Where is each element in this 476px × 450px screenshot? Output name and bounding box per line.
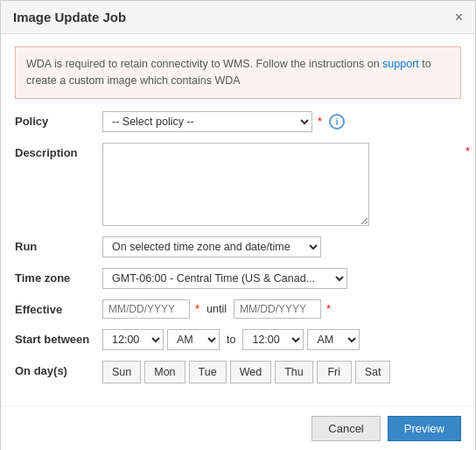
policy-select[interactable]: -- Select policy -- (102, 111, 312, 132)
day-button-mon[interactable]: Mon (144, 361, 185, 383)
on-days-row: On day(s) Sun Mon Tue Wed Thu Fri Sat (15, 361, 461, 383)
description-textarea[interactable] (102, 143, 369, 226)
policy-row: Policy -- Select policy -- * i (15, 111, 461, 132)
run-row: Run On selected time zone and date/time (15, 236, 461, 257)
alert-message: WDA is required to retain connectivity t… (15, 46, 461, 99)
dialog-footer: Cancel Preview (1, 406, 475, 450)
run-control-wrap: On selected time zone and date/time (102, 236, 461, 257)
timezone-row: Time zone GMT-06:00 - Central Time (US &… (15, 268, 461, 289)
day-button-thu[interactable]: Thu (275, 361, 313, 383)
cancel-button[interactable]: Cancel (312, 416, 380, 441)
day-button-fri[interactable]: Fri (317, 361, 352, 383)
start-between-control-wrap: 12:00 AM to 12:00 AM (102, 329, 461, 350)
policy-label: Policy (15, 111, 102, 128)
image-update-job-dialog: Image Update Job × WDA is required to re… (0, 0, 476, 450)
support-link[interactable]: support (382, 58, 419, 70)
alert-text-before: WDA is required to retain connectivity t… (26, 58, 382, 70)
description-control-wrap: * (102, 143, 461, 226)
effective-to-required: * (326, 302, 331, 315)
effective-from-input[interactable] (102, 299, 190, 319)
effective-row: Effective * until * (15, 299, 461, 319)
effective-to-input[interactable] (234, 299, 321, 319)
day-button-tue[interactable]: Tue (189, 361, 227, 383)
start-to-time-select[interactable]: 12:00 (242, 329, 304, 350)
policy-required: * (318, 115, 322, 128)
timezone-select[interactable]: GMT-06:00 - Central Time (US & Canad... (102, 268, 347, 289)
on-days-label: On day(s) (15, 361, 102, 377)
effective-control-wrap: * until * (102, 299, 461, 319)
policy-control-wrap: -- Select policy -- * i (102, 111, 461, 132)
close-button[interactable]: × (455, 11, 463, 25)
day-button-wed[interactable]: Wed (230, 361, 271, 383)
run-select[interactable]: On selected time zone and date/time (102, 236, 321, 257)
description-required: * (466, 144, 470, 158)
on-days-control-wrap: Sun Mon Tue Wed Thu Fri Sat (102, 361, 461, 383)
info-icon[interactable]: i (329, 114, 345, 130)
preview-button[interactable]: Preview (388, 416, 461, 441)
dialog-header: Image Update Job × (1, 1, 475, 34)
effective-from-required: * (195, 302, 200, 315)
until-label: until (206, 303, 227, 315)
day-button-sun[interactable]: Sun (102, 361, 141, 383)
start-from-ampm-select[interactable]: AM (167, 329, 220, 350)
description-row: Description * (15, 143, 461, 226)
day-button-sat[interactable]: Sat (355, 361, 391, 383)
start-from-time-select[interactable]: 12:00 (102, 329, 164, 350)
dialog-body: WDA is required to retain connectivity t… (1, 34, 475, 406)
start-to-ampm-select[interactable]: AM (307, 329, 360, 350)
description-label: Description (15, 143, 102, 159)
timezone-label: Time zone (15, 268, 102, 285)
dialog-title: Image Update Job (13, 10, 126, 25)
run-label: Run (15, 236, 102, 253)
to-label: to (227, 334, 235, 346)
start-between-row: Start between 12:00 AM to 12:00 AM (15, 329, 461, 350)
effective-label: Effective (15, 299, 102, 316)
start-between-label: Start between (15, 329, 102, 346)
timezone-control-wrap: GMT-06:00 - Central Time (US & Canad... (102, 268, 461, 289)
